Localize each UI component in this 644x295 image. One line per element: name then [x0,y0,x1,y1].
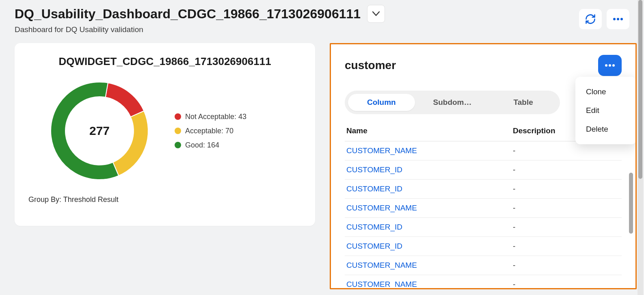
legend-item[interactable]: Not Acceptable: 43 [175,113,246,121]
donut-total: 277 [89,124,110,138]
legend-dot [175,113,181,120]
row-name-link[interactable]: CUSTOMER_NAME [346,146,513,155]
legend-item[interactable]: Good: 164 [175,141,246,150]
table-row: CUSTOMER_ID- [345,237,622,256]
panel-scrollbar-thumb[interactable] [629,173,633,234]
refresh-icon [585,13,596,25]
row-name-link[interactable]: CUSTOMER_ID [346,242,513,251]
more-button[interactable] [607,9,629,29]
refresh-button[interactable] [579,9,602,29]
svg-point-3 [605,64,607,67]
table-body: CUSTOMER_NAME-CUSTOMER_ID-CUSTOMER_ID-CU… [345,141,622,289]
tab-column[interactable]: Column [348,94,415,111]
svg-point-1 [617,18,619,20]
table-row: CUSTOMER_NAME- [345,199,622,218]
customer-dropdown-menu: CloneEditDelete [575,77,636,144]
table-row: CUSTOMER_ID- [345,161,622,180]
groupby-label: Group By: Threshold Result [28,195,301,204]
page-subtitle: Dashboard for DQ Usability validation [15,25,579,34]
row-name-link[interactable]: CUSTOMER_NAME [346,261,513,270]
row-description: - [513,280,620,289]
row-description: - [513,223,620,232]
legend-item[interactable]: Acceptable: 70 [175,127,246,135]
row-description: - [513,261,620,270]
title-chevron-button[interactable] [367,5,385,23]
row-name-link[interactable]: CUSTOMER_NAME [346,204,513,213]
legend-label: Acceptable: 70 [185,127,233,135]
legend-label: Not Acceptable: 43 [185,113,246,121]
more-horizontal-icon [605,64,615,67]
column-header-name: Name [346,126,513,135]
row-name-link[interactable]: CUSTOMER_ID [346,165,513,174]
more-horizontal-icon [613,17,623,21]
legend-label: Good: 164 [185,141,219,150]
chart-legend: Not Acceptable: 43Acceptable: 70Good: 16… [175,113,246,150]
row-description: - [513,184,620,193]
menu-item-clone[interactable]: Clone [575,82,636,101]
table-row: CUSTOMER_ID- [345,180,622,199]
customer-card: customer ColumnSubdom…Table Name Descrip… [330,43,637,289]
header-left: DQ_Usability_Dashboard_CDGC_19866_171302… [15,5,579,34]
chart-area: 277 Not Acceptable: 43Acceptable: 70Good… [28,80,301,182]
customer-title: customer [345,59,396,72]
row-description: - [513,242,620,251]
row-description: - [513,146,620,155]
customer-header: customer [345,55,622,76]
donut-slice[interactable] [113,111,148,176]
table-row: CUSTOMER_NAME- [345,141,622,161]
row-name-link[interactable]: CUSTOMER_NAME [346,280,513,289]
row-name-link[interactable]: CUSTOMER_ID [346,184,513,193]
page-scrollbar-thumb[interactable] [638,0,642,179]
svg-point-2 [620,18,623,20]
menu-item-edit[interactable]: Edit [575,101,636,120]
row-description: - [513,204,620,213]
row-description: - [513,165,620,174]
svg-point-4 [609,64,611,67]
svg-point-5 [612,64,615,67]
header-actions [579,5,629,29]
tabs-bar: ColumnSubdom…Table [345,91,560,114]
donut-chart: 277 [49,80,150,182]
table-row: CUSTOMER_ID- [345,218,622,237]
page-title: DQ_Usability_Dashboard_CDGC_19866_171302… [15,7,361,22]
widget-title: DQWIDGET_CDGC_19866_1713026906111 [28,55,301,68]
tab-table[interactable]: Table [490,94,557,111]
table-row: CUSTOMER_NAME- [345,275,622,289]
menu-item-delete[interactable]: Delete [575,120,636,139]
table-row: CUSTOMER_NAME- [345,256,622,275]
title-row: DQ_Usability_Dashboard_CDGC_19866_171302… [15,5,579,23]
donut-slice[interactable] [106,83,144,117]
customer-more-button[interactable] [598,55,622,76]
legend-dot [175,142,181,148]
page-scrollbar-track[interactable] [638,0,643,295]
chevron-down-icon [372,11,380,16]
page-header: DQ_Usability_Dashboard_CDGC_19866_171302… [0,0,644,34]
legend-dot [175,128,181,134]
widget-card: DQWIDGET_CDGC_19866_1713026906111 277 No… [15,43,315,226]
main-content: DQWIDGET_CDGC_19866_1713026906111 277 No… [0,34,644,288]
row-name-link[interactable]: CUSTOMER_ID [346,223,513,232]
tab-subdom[interactable]: Subdom… [419,94,486,111]
svg-point-0 [613,18,616,20]
